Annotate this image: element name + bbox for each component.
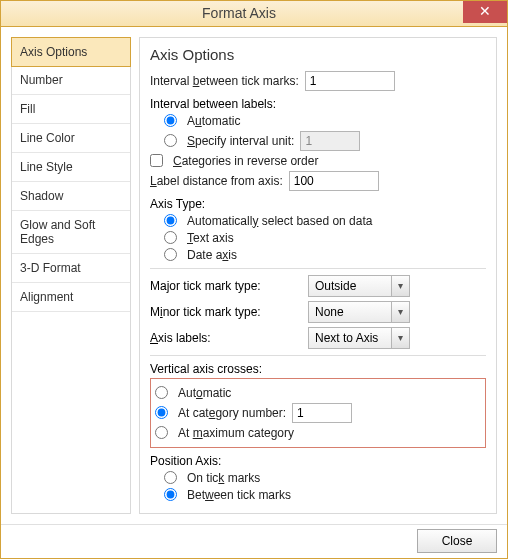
- separator: [150, 355, 486, 356]
- minor-tick-value: None: [308, 301, 392, 323]
- interval-labels-auto-radio[interactable]: [164, 114, 177, 127]
- sidebar-item-axis-options[interactable]: Axis Options: [11, 37, 131, 67]
- label-distance-input[interactable]: [289, 171, 379, 191]
- close-icon[interactable]: [463, 1, 507, 23]
- axis-type-text-label: Text axis: [187, 231, 234, 245]
- minor-tick-label: Minor tick mark type:: [150, 305, 261, 319]
- pos-ontick-label: On tick marks: [187, 471, 260, 485]
- sidebar-item-fill[interactable]: Fill: [12, 95, 130, 124]
- label-distance-label: Label distance from axis:: [150, 174, 283, 188]
- interval-ticks-label: Interval between tick marks:: [150, 74, 299, 88]
- chevron-down-icon[interactable]: [392, 301, 410, 323]
- pos-between-label: Between tick marks: [187, 488, 291, 502]
- axis-type-text-radio[interactable]: [164, 231, 177, 244]
- axis-type-auto-label: Automatically select based on data: [187, 214, 372, 228]
- axis-type-date-label: Date axis: [187, 248, 237, 262]
- sidebar-item-line-style[interactable]: Line Style: [12, 153, 130, 182]
- window-title: Format Axis: [1, 5, 477, 21]
- sidebar-item-3d-format[interactable]: 3-D Format: [12, 254, 130, 283]
- highlight-box: Automatic At category number: At maximum…: [150, 378, 486, 448]
- sidebar-item-line-color[interactable]: Line Color: [12, 124, 130, 153]
- dialog-body: Axis Options Number Fill Line Color Line…: [1, 27, 507, 524]
- sidebar-item-number[interactable]: Number: [12, 66, 130, 95]
- separator: [150, 268, 486, 269]
- close-button[interactable]: Close: [417, 529, 497, 553]
- interval-labels-auto-label: Automatic: [187, 114, 240, 128]
- interval-labels-label: Interval between labels:: [150, 97, 486, 111]
- sidebar: Axis Options Number Fill Line Color Line…: [11, 37, 131, 514]
- axis-type-auto-radio[interactable]: [164, 214, 177, 227]
- chevron-down-icon[interactable]: [392, 327, 410, 349]
- vax-auto-label: Automatic: [178, 386, 231, 400]
- vax-auto-radio[interactable]: [155, 386, 168, 399]
- major-tick-label: Major tick mark type:: [150, 279, 261, 293]
- interval-labels-specify-label: Specify interval unit:: [187, 134, 294, 148]
- pos-ontick-radio[interactable]: [164, 471, 177, 484]
- interval-ticks-input[interactable]: [305, 71, 395, 91]
- sidebar-item-glow[interactable]: Glow and Soft Edges: [12, 211, 130, 254]
- major-tick-combo[interactable]: Outside: [308, 275, 410, 297]
- reverse-order-label: Categories in reverse order: [173, 154, 318, 168]
- axis-type-date-radio[interactable]: [164, 248, 177, 261]
- sidebar-item-alignment[interactable]: Alignment: [12, 283, 130, 312]
- pos-between-radio[interactable]: [164, 488, 177, 501]
- vax-cat-input[interactable]: [292, 403, 352, 423]
- sidebar-item-shadow[interactable]: Shadow: [12, 182, 130, 211]
- axis-labels-value: Next to Axis: [308, 327, 392, 349]
- footer: Close: [1, 524, 507, 558]
- major-tick-value: Outside: [308, 275, 392, 297]
- pos-label: Position Axis:: [150, 454, 486, 468]
- interval-labels-specify-input[interactable]: [300, 131, 360, 151]
- reverse-order-checkbox[interactable]: [150, 154, 163, 167]
- titlebar: Format Axis ?: [1, 1, 507, 27]
- vax-max-label: At maximum category: [178, 426, 294, 440]
- vax-label: Vertical axis crosses:: [150, 362, 486, 376]
- chevron-down-icon[interactable]: [392, 275, 410, 297]
- vax-cat-label: At category number:: [178, 406, 286, 420]
- axis-labels-label: Axis labels:: [150, 331, 211, 345]
- dialog-window: Format Axis ? Axis Options Number Fill L…: [0, 0, 508, 559]
- content-heading: Axis Options: [150, 46, 486, 63]
- vax-max-radio[interactable]: [155, 426, 168, 439]
- interval-labels-specify-radio[interactable]: [164, 134, 177, 147]
- axis-type-label: Axis Type:: [150, 197, 486, 211]
- axis-labels-combo[interactable]: Next to Axis: [308, 327, 410, 349]
- content-pane: Axis Options Interval between tick marks…: [139, 37, 497, 514]
- minor-tick-combo[interactable]: None: [308, 301, 410, 323]
- vax-cat-radio[interactable]: [155, 406, 168, 419]
